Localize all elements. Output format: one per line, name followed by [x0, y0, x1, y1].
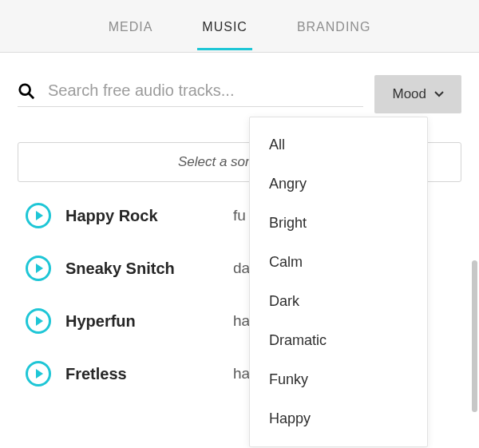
chevron-down-icon	[434, 91, 444, 97]
track-title: Fretless	[65, 365, 233, 383]
play-icon	[36, 316, 43, 326]
search-row: Mood	[18, 75, 461, 113]
track-title: Happy Rock	[65, 207, 233, 225]
mood-option-calm[interactable]: Calm	[250, 243, 427, 282]
search-wrap	[18, 81, 363, 107]
play-button[interactable]	[26, 256, 51, 281]
svg-point-0	[20, 84, 30, 94]
top-tabs: MEDIA MUSIC BRANDING	[0, 0, 479, 53]
tab-music[interactable]: MUSIC	[197, 2, 252, 50]
play-icon	[36, 211, 43, 220]
track-title: Sneaky Snitch	[65, 260, 233, 278]
mood-option-dark[interactable]: Dark	[250, 282, 427, 321]
svg-line-1	[29, 93, 34, 97]
mood-option-bright[interactable]: Bright	[250, 204, 427, 243]
mood-dropdown: All Angry Bright Calm Dark Dramatic Funk…	[249, 117, 428, 447]
mood-option-funky[interactable]: Funky	[250, 360, 427, 399]
track-title: Hyperfun	[65, 312, 233, 331]
search-input[interactable]	[48, 81, 363, 100]
search-icon	[18, 82, 35, 100]
content-area: Mood Select a song to use Happy Rock fu …	[0, 53, 479, 387]
track-tag: fu	[233, 207, 246, 224]
play-icon	[36, 264, 43, 273]
mood-option-dramatic[interactable]: Dramatic	[250, 321, 427, 360]
mood-filter-button[interactable]: Mood	[374, 75, 461, 113]
play-button[interactable]	[26, 361, 51, 387]
mood-option-angry[interactable]: Angry	[250, 165, 427, 204]
tab-media[interactable]: MEDIA	[104, 2, 158, 50]
mood-filter-label: Mood	[392, 86, 426, 102]
track-tag: ha	[233, 312, 250, 330]
track-tag: da	[233, 260, 250, 277]
mood-option-all[interactable]: All	[250, 125, 427, 165]
tab-branding[interactable]: BRANDING	[292, 2, 375, 50]
play-button[interactable]	[26, 203, 51, 228]
track-tag: ha	[233, 365, 250, 383]
mood-option-happy[interactable]: Happy	[250, 399, 427, 438]
play-button[interactable]	[26, 308, 51, 334]
scrollbar-thumb[interactable]	[472, 260, 477, 412]
play-icon	[36, 369, 43, 379]
